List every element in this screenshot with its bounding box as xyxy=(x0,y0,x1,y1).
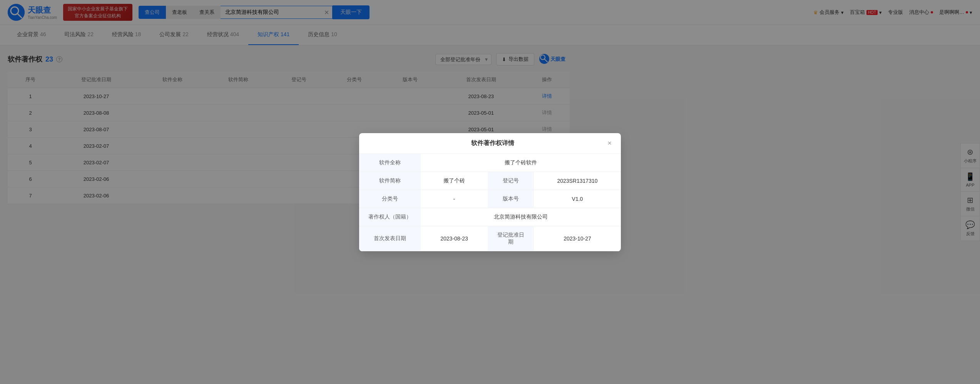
detail-table: 软件全称 搬了个砖软件 软件简称 搬了个砖 登记号 2023SR1317310 … xyxy=(359,154,621,212)
modal-overlay[interactable]: 软件著作权详情 × 软件全称 搬了个砖软件 软件简称 搬了个砖 登记号 2023… xyxy=(0,0,980,212)
shortname-label: 软件简称 xyxy=(359,172,421,190)
modal-close-button[interactable]: × xyxy=(607,139,612,147)
fullname-label: 软件全称 xyxy=(359,154,421,172)
detail-modal: 软件著作权详情 × 软件全称 搬了个砖软件 软件简称 搬了个砖 登记号 2023… xyxy=(359,133,621,212)
version-value: V1.0 xyxy=(534,190,621,208)
classnum-value: - xyxy=(421,190,488,208)
author-value: 北京简游科技有限公司 xyxy=(421,208,621,212)
detail-row-shortname: 软件简称 搬了个砖 登记号 2023SR1317310 xyxy=(359,172,621,190)
author-label: 著作权人（国籍） xyxy=(359,208,421,212)
regnum-value: 2023SR1317310 xyxy=(534,172,621,190)
detail-row-fullname: 软件全称 搬了个砖软件 xyxy=(359,154,621,172)
classnum-label: 分类号 xyxy=(359,190,421,208)
version-label: 版本号 xyxy=(488,190,534,208)
regnum-label: 登记号 xyxy=(488,172,534,190)
modal-header: 软件著作权详情 × xyxy=(359,133,621,154)
fullname-value: 搬了个砖软件 xyxy=(421,154,621,172)
detail-row-author: 著作权人（国籍） 北京简游科技有限公司 xyxy=(359,208,621,212)
modal-body: 软件全称 搬了个砖软件 软件简称 搬了个砖 登记号 2023SR1317310 … xyxy=(359,154,621,212)
shortname-value: 搬了个砖 xyxy=(421,172,488,190)
detail-row-classnum: 分类号 - 版本号 V1.0 xyxy=(359,190,621,208)
modal-title: 软件著作权详情 xyxy=(378,139,607,147)
